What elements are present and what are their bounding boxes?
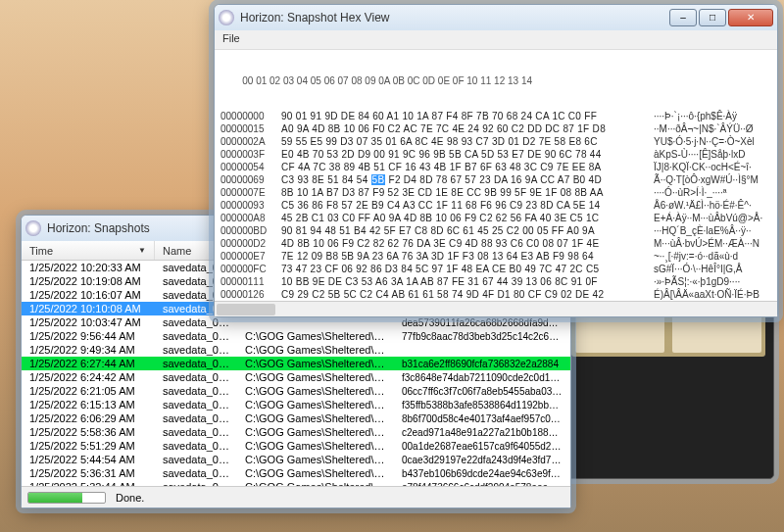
hex-row[interactable]: 000000FC73 47 23 CF 06 92 86 D3 84 5C 97… [220,263,771,275]
window-title: Horizon: Snapshot Hex View [240,11,669,24]
hex-view-window: Horizon: Snapshot Hex View – □ ✕ File 00… [214,4,778,317]
hex-row[interactable]: 00000093C5 36 86 F8 57 2E B9 C4 A3 CC 1F… [220,199,771,212]
progress-bar [27,492,106,504]
app-icon [219,10,234,25]
maximize-button[interactable]: □ [699,9,726,26]
menu-bar: File [215,30,777,50]
titlebar[interactable]: Horizon: Snapshot Hex View – □ ✕ [215,5,777,30]
table-row[interactable]: 1/25/2022 5:44:54 AMsavedata_01.datC:\GO… [22,453,570,466]
hex-row[interactable]: 00000126C9 29 C2 5B 5C C2 C4 AB 61 61 58… [220,288,771,301]
table-row[interactable]: 1/25/2022 6:06:29 AMsavedata_01.datC:\GO… [22,411,570,425]
hex-header: 00 01 02 03 04 05 06 07 08 09 0A 0B 0C 0… [220,75,771,86]
hex-row[interactable]: 0000002A59 55 E5 99 D3 07 35 01 6A 8C 4E… [220,135,771,148]
hex-row[interactable]: 0000007E8B 10 1A B7 D3 87 F9 52 3E CD 1E… [220,186,771,199]
close-button[interactable]: ✕ [728,9,773,26]
hex-row[interactable]: 0000011110 BB 9E DE C3 53 A6 3A 1A AB 87… [220,275,771,288]
hex-row[interactable]: 0000003FE0 4B 70 53 2D D9 00 91 9C 96 9B… [220,148,771,161]
table-row[interactable]: 1/25/2022 5:36:31 AMsavedata_01.datC:\GO… [22,466,570,480]
table-row[interactable]: 1/25/2022 10:03:47 AMsavedata_01.datdea5… [22,315,570,329]
hex-row[interactable]: 00000054CF 4A 7C 38 89 4B 51 CF 16 43 4B… [220,161,771,173]
table-row[interactable]: 1/25/2022 5:32:44 AMsavedata_01.datC:\GO… [22,480,570,486]
scrollbar-thumb[interactable] [217,304,275,315]
table-row[interactable]: 1/25/2022 6:27:44 AMsavedata_01.datC:\GO… [22,357,570,370]
status-bar: Done. [22,486,570,508]
table-row[interactable]: 1/25/2022 5:51:29 AMsavedata_01.datC:\GO… [22,439,570,453]
sort-desc-icon: ▼ [138,246,146,255]
hex-row[interactable]: 000000A845 2B C1 03 C0 FF A0 9A 4D 8B 10… [220,212,771,224]
hex-row[interactable]: 0000000090 01 91 9D DE 84 60 A1 10 1A 87… [220,110,771,122]
hex-row[interactable]: 000000E77E 12 09 B8 5B 9A 23 6A 76 3A 3D… [220,250,771,263]
hex-row[interactable]: 000000BD90 81 94 48 51 B4 42 5F E7 C8 8D… [220,224,771,237]
hex-row[interactable]: 00000069C3 93 8E 51 84 54 5B F2 D4 8D 78… [220,173,771,186]
hex-row[interactable]: 000000D24D 8B 10 06 F9 C2 82 62 76 DA 3E… [220,237,771,250]
table-row[interactable]: 1/25/2022 5:58:36 AMsavedata_01.datC:\GO… [22,425,570,439]
table-row[interactable]: 1/25/2022 9:49:34 AMsavedata_01.datC:\GO… [22,343,570,357]
horizontal-scrollbar[interactable] [215,301,777,316]
table-row[interactable]: 1/25/2022 9:56:44 AMsavedata_01.datC:\GO… [22,329,570,343]
table-row[interactable]: 1/25/2022 6:21:05 AMsavedata_01.datC:\GO… [22,384,570,398]
hex-row[interactable]: 00000015A0 9A 4D 8B 10 06 F0 C2 AC 7E 7C… [220,122,771,135]
table-row[interactable]: 1/25/2022 6:24:42 AMsavedata_01.datC:\GO… [22,370,570,384]
app-icon [25,220,41,236]
table-row[interactable]: 1/25/2022 6:15:13 AMsavedata_01.datC:\GO… [22,398,570,411]
status-text: Done. [116,492,144,504]
minimize-button[interactable]: – [669,9,697,26]
col-time[interactable]: Time▼ [22,241,155,260]
hex-content[interactable]: 00 01 02 03 04 05 06 07 08 09 0A 0B 0C 0… [215,50,777,316]
menu-file[interactable]: File [222,32,240,44]
